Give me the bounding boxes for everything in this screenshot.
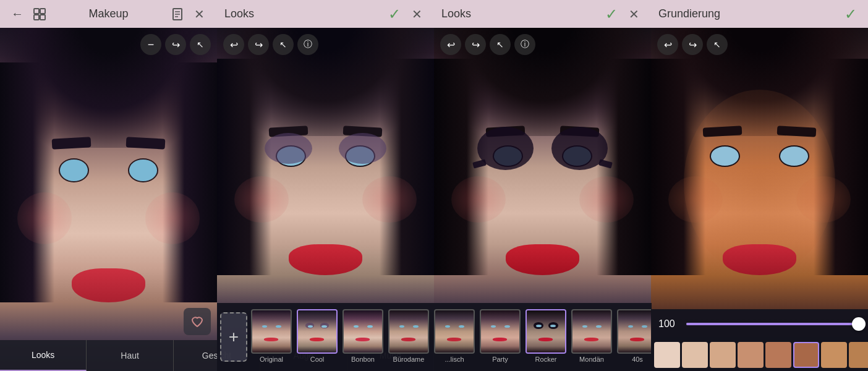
panel4-redo-icon[interactable]: ↪: [682, 34, 703, 55]
look-item-cool[interactable]: Cool: [296, 309, 339, 365]
panel3-header: Looks ✓ ✕: [434, 0, 651, 28]
panel3-cursor-icon[interactable]: ↖: [490, 34, 511, 55]
svg-rect-3: [40, 15, 45, 20]
look-label-cool: Cool: [310, 356, 325, 363]
panel2-info-icon[interactable]: ⓘ: [297, 34, 318, 55]
panel4-undo-icon[interactable]: ↩: [657, 34, 678, 55]
look-label-burodame: Bürodame: [393, 356, 425, 363]
panel2-header: Looks ✓ ✕: [217, 0, 434, 28]
add-look-button[interactable]: +: [220, 312, 247, 362]
panel2-title: Looks: [224, 7, 254, 20]
panel3-redo-icon[interactable]: ↪: [465, 34, 486, 55]
svg-rect-0: [34, 9, 39, 14]
swatch-4[interactable]: [765, 342, 791, 368]
back-button[interactable]: ←: [7, 4, 27, 24]
tab-looks[interactable]: Looks: [0, 340, 87, 371]
grid-icon[interactable]: [30, 4, 49, 24]
opacity-slider-row: 100: [651, 309, 868, 339]
look-item-40s[interactable]: 40s: [616, 309, 652, 365]
panel1-cursor-icon[interactable]: ↖: [190, 34, 211, 55]
slider-track[interactable]: [686, 323, 861, 325]
panel1-title: Makeup: [88, 7, 128, 20]
look-item-party[interactable]: Party: [479, 309, 522, 365]
panel2-undo-icon[interactable]: ↩: [223, 34, 244, 55]
swatch-5[interactable]: [793, 342, 819, 368]
panel2-check-button[interactable]: ✓: [385, 4, 404, 24]
slider-thumb[interactable]: [852, 317, 866, 331]
swatch-1[interactable]: [682, 342, 708, 368]
swatch-2[interactable]: [710, 342, 736, 368]
look-item-original[interactable]: Original: [250, 309, 293, 365]
look-label-lisch: ...lisch: [445, 356, 464, 363]
svg-rect-2: [34, 15, 39, 20]
look-item-rocker[interactable]: Rocker: [524, 309, 568, 365]
panel2-face: ↩ ↪ ↖ ⓘ: [217, 28, 434, 337]
panel3-undo-icon[interactable]: ↩: [440, 34, 461, 55]
panel3-info-icon[interactable]: ⓘ: [514, 34, 535, 55]
panel3-face: ↩ ↪ ↖ ⓘ: [434, 28, 651, 337]
panel1-header: ← Makeup ✕: [0, 0, 217, 28]
favorites-button[interactable]: [184, 308, 211, 335]
look-item-modan[interactable]: Mondän: [570, 309, 613, 365]
panel1-minus-icon[interactable]: −: [140, 34, 161, 55]
look-label-modan: Mondän: [579, 356, 604, 363]
slider-fill: [686, 323, 856, 325]
panel2-redo-icon[interactable]: ↪: [248, 34, 269, 55]
panel4-title: Grundierung: [658, 7, 720, 20]
look-item-burodame[interactable]: Bürodame: [387, 309, 430, 365]
panel4-controls: 100: [651, 309, 868, 371]
panel4-header: Grundierung ✓: [651, 0, 868, 28]
look-label-original: Original: [260, 356, 283, 363]
panel1-redo-icon[interactable]: ↪: [165, 34, 186, 55]
look-item-bonbon[interactable]: Bonbon: [341, 309, 385, 365]
color-swatches-row: [651, 339, 868, 371]
panel3-title: Looks: [441, 7, 471, 20]
panel2-close-button[interactable]: ✕: [407, 4, 427, 24]
slider-value: 100: [658, 318, 680, 330]
panel1-close-button[interactable]: ✕: [190, 4, 210, 24]
panel2-cursor-icon[interactable]: ↖: [273, 34, 294, 55]
panel4-check-button[interactable]: ✓: [841, 4, 861, 24]
look-label-40s: 40s: [632, 356, 643, 363]
panel4-face: ↩ ↪ ↖: [651, 28, 868, 337]
document-icon[interactable]: [168, 4, 187, 24]
panel1-bottom: [0, 303, 217, 340]
swatch-3[interactable]: [738, 342, 764, 368]
looks-strip: + Original Cool: [217, 303, 652, 371]
look-item-lisch[interactable]: ...lisch: [433, 309, 476, 365]
look-label-bonbon: Bonbon: [351, 356, 375, 363]
panel3-check-button[interactable]: ✓: [602, 4, 621, 24]
look-label-party: Party: [492, 356, 508, 363]
swatch-7[interactable]: [849, 342, 868, 368]
panel4-cursor-icon[interactable]: ↖: [707, 34, 728, 55]
panel3-close-button[interactable]: ✕: [624, 4, 644, 24]
svg-rect-1: [40, 9, 45, 14]
tab-haut[interactable]: Haut: [87, 340, 173, 371]
swatch-0[interactable]: [654, 342, 680, 368]
swatch-6[interactable]: [821, 342, 847, 368]
look-label-rocker: Rocker: [535, 356, 557, 363]
